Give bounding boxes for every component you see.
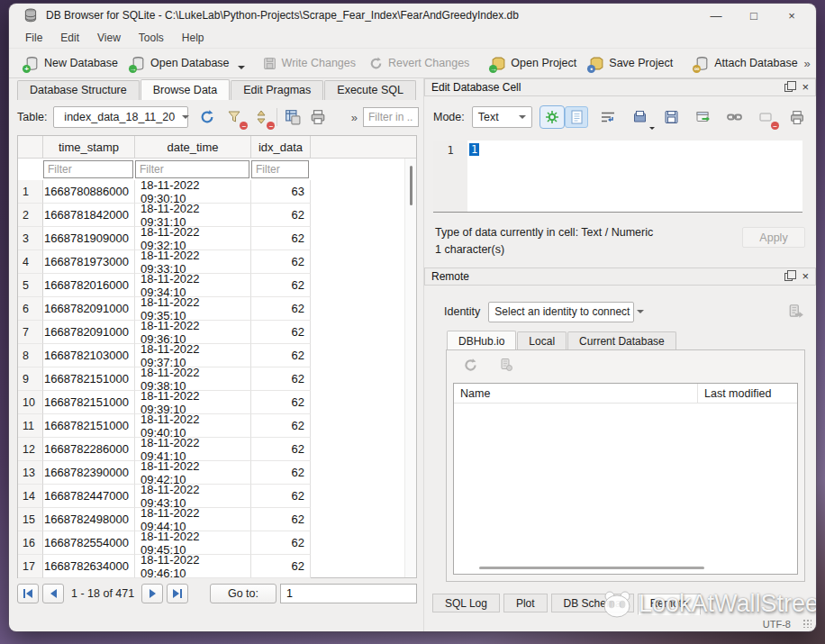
cell-time-stamp[interactable]: 1668781842000 [43, 204, 135, 227]
cell-time-stamp[interactable]: 1668782151000 [43, 367, 135, 391]
cell-date-time[interactable]: 18-11-2022 09:43:10 [135, 485, 251, 508]
cell-time-stamp[interactable]: 1668782091000 [43, 321, 135, 344]
table-row[interactable]: 13166878239000018-11-2022 09:42:1062 [18, 461, 416, 485]
first-record-button[interactable] [17, 584, 39, 603]
goto-button[interactable]: Go to: [210, 584, 277, 603]
grid-vertical-scrollbar[interactable] [404, 159, 416, 577]
cell-idx-data[interactable]: 62 [251, 274, 311, 297]
column-header-name[interactable]: Name [454, 384, 698, 403]
apply-button[interactable]: Apply [742, 227, 805, 248]
table-selector[interactable]: index_data_18_11_20 [53, 106, 188, 128]
cell-idx-data[interactable]: 63 [251, 180, 311, 204]
column-header-date-time[interactable]: date_time [135, 136, 251, 158]
cell-idx-data[interactable]: 62 [251, 344, 311, 367]
cell-date-time[interactable]: 18-11-2022 09:37:10 [135, 344, 251, 367]
scrollbar-thumb[interactable] [410, 166, 412, 205]
identity-selector[interactable]: Select an identity to connect [488, 302, 634, 322]
column-header-time-stamp[interactable]: time_stamp [43, 136, 135, 158]
refresh-button[interactable] [196, 106, 218, 128]
horizontal-scrollbar[interactable] [479, 567, 704, 569]
table-row[interactable]: 5166878201600018-11-2022 09:34:1062 [18, 274, 416, 297]
tab-database-structure[interactable]: Database Structure [17, 80, 140, 100]
tab-browse-data[interactable]: Browse Data [141, 79, 231, 100]
revert-changes-button[interactable]: Revert Changes [362, 52, 476, 75]
row-number[interactable]: 16 [18, 531, 43, 555]
cell-time-stamp[interactable]: 1668782286000 [43, 438, 135, 461]
table-row[interactable]: 11166878215100018-11-2022 09:40:1062 [18, 414, 416, 438]
tab-plot[interactable]: Plot [503, 594, 548, 612]
table-row[interactable]: 8166878210300018-11-2022 09:37:1062 [18, 344, 416, 367]
row-number[interactable]: 5 [18, 274, 43, 297]
cell-idx-data[interactable]: 62 [251, 555, 311, 578]
cell-time-stamp[interactable]: 1668782554000 [43, 531, 135, 555]
last-record-button[interactable] [167, 584, 188, 603]
filter-idx-data-input[interactable] [251, 160, 309, 178]
cell-date-time[interactable]: 18-11-2022 09:39:10 [135, 391, 251, 414]
open-database-dropdown-icon[interactable] [238, 66, 245, 69]
table-row[interactable]: 4166878197300018-11-2022 09:33:1062 [18, 250, 416, 274]
print-rows-button[interactable] [307, 106, 329, 128]
cell-date-time[interactable]: 18-11-2022 09:30:10 [135, 180, 251, 204]
row-number[interactable]: 14 [18, 485, 43, 508]
clear-sorting-button[interactable]: – [250, 106, 272, 128]
cell-idx-data[interactable]: 62 [251, 461, 311, 485]
table-row[interactable]: 16166878255400018-11-2022 09:45:1062 [18, 531, 416, 555]
cell-date-time[interactable]: 18-11-2022 09:31:10 [135, 204, 251, 227]
cell-date-time[interactable]: 18-11-2022 09:32:10 [135, 227, 251, 250]
cell-date-time[interactable]: 18-11-2022 09:34:10 [135, 274, 251, 297]
tab-remote[interactable]: Remote [638, 594, 701, 615]
open-external-button[interactable] [691, 106, 714, 128]
maximize-icon[interactable]: □ [735, 4, 773, 27]
tab-dbhub[interactable]: DBHub.io [447, 331, 516, 349]
next-record-button[interactable] [141, 584, 163, 603]
cell-idx-data[interactable]: 62 [251, 391, 311, 414]
clone-database-button[interactable] [495, 354, 517, 376]
table-row[interactable]: 15166878249800018-11-2022 09:44:1062 [18, 508, 416, 531]
export-data-button[interactable] [659, 106, 683, 128]
open-project-button[interactable]: → Open Project [485, 52, 583, 75]
save-project-button[interactable]: ▪ Save Project [583, 52, 679, 75]
table-row[interactable]: 1166878088600018-11-2022 09:30:1063 [18, 180, 416, 204]
cell-time-stamp[interactable]: 1668782103000 [43, 344, 135, 367]
menu-view[interactable]: View [88, 30, 130, 46]
cell-idx-data[interactable]: 62 [251, 227, 311, 250]
toolbar-overflow-icon[interactable]: » [804, 57, 811, 70]
float-dock-icon[interactable] [784, 273, 793, 281]
auto-format-button[interactable] [539, 105, 565, 129]
table-row[interactable]: 14166878244700018-11-2022 09:43:1062 [18, 485, 416, 508]
cell-time-stamp[interactable]: 1668781973000 [43, 250, 135, 274]
menu-file[interactable]: File [16, 30, 51, 46]
corner-header[interactable] [18, 136, 43, 158]
attach-database-button[interactable]: ∞ Attach Database [688, 52, 803, 75]
print-cell-button[interactable] [785, 106, 809, 128]
cell-time-stamp[interactable]: 1668781909000 [43, 227, 135, 250]
row-number[interactable]: 2 [18, 204, 43, 227]
table-row[interactable]: 12166878228600018-11-2022 09:41:1062 [18, 438, 416, 461]
cell-time-stamp[interactable]: 1668782634000 [43, 555, 135, 578]
filter-any-column-input[interactable] [363, 107, 419, 127]
cell-date-time[interactable]: 18-11-2022 09:33:10 [135, 250, 251, 274]
tab-edit-pragmas[interactable]: Edit Pragmas [231, 80, 323, 100]
new-database-button[interactable]: + New Database [18, 52, 124, 75]
tab-sql-log[interactable]: SQL Log [432, 594, 500, 612]
cell-date-time[interactable]: 18-11-2022 09:38:10 [135, 367, 251, 391]
remote-refresh-button[interactable] [459, 354, 481, 376]
table-row[interactable]: 2166878184200018-11-2022 09:31:1062 [18, 204, 416, 227]
tab-local[interactable]: Local [517, 331, 567, 349]
tab-execute-sql[interactable]: Execute SQL [324, 80, 416, 100]
word-wrap-button[interactable] [596, 106, 620, 128]
cell-idx-data[interactable]: 62 [251, 508, 311, 531]
close-dock-icon[interactable]: × [802, 83, 809, 92]
cell-idx-data[interactable]: 62 [251, 414, 311, 438]
row-number[interactable]: 9 [18, 367, 43, 391]
cell-time-stamp[interactable]: 1668782447000 [43, 485, 135, 508]
cell-time-stamp[interactable]: 1668782016000 [43, 274, 135, 297]
close-icon[interactable]: × [773, 4, 811, 27]
write-changes-button[interactable]: Write Changes [256, 52, 362, 75]
row-number[interactable]: 17 [18, 555, 43, 578]
close-dock-icon[interactable]: × [802, 272, 809, 281]
cell-idx-data[interactable]: 62 [251, 438, 311, 461]
cell-time-stamp[interactable]: 1668780886000 [43, 180, 135, 204]
goto-record-input[interactable] [280, 584, 417, 603]
cell-date-time[interactable]: 18-11-2022 09:45:10 [135, 531, 251, 555]
